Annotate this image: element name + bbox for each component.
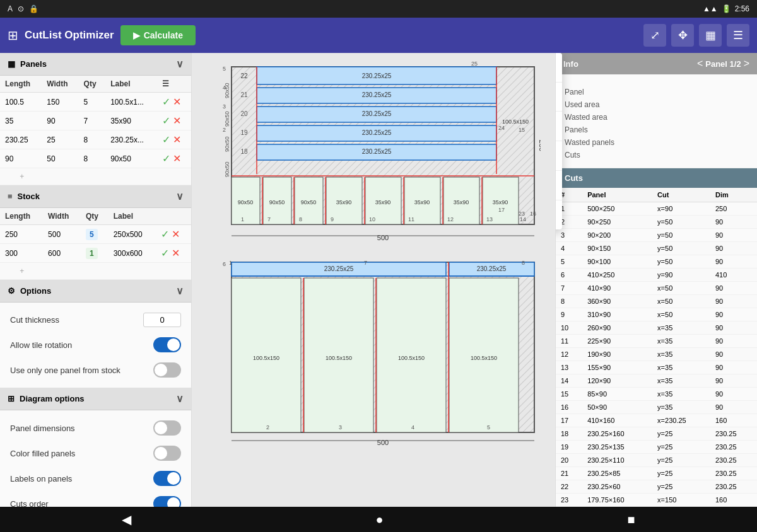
options-section-header[interactable]: ⚙ Options ∨	[0, 280, 191, 303]
panels-icon: ▦	[8, 59, 15, 69]
labels-panels-toggle[interactable]	[153, 471, 181, 486]
clear-data-item[interactable]: ✕ Clear data	[555, 112, 562, 141]
stock-table-row[interactable]: 300 600 1 300x600 ✓ ✕	[0, 244, 191, 263]
stock-icon: ≡	[8, 192, 13, 201]
allow-rotation-toggle[interactable]	[153, 337, 181, 352]
cuts-table-row: 24 150×160 y=100.5 150	[556, 507, 757, 507]
cuts-table-row: 4 90×150 y=50 90	[556, 242, 757, 255]
panel-next-button[interactable]: >	[744, 58, 749, 69]
export-image-item[interactable]: 🖼 Export to image	[555, 83, 562, 111]
export-pdf-item[interactable]: 📄 Export to PDF	[555, 53, 562, 82]
cuts-table-row: 6 410×250 y=90 410	[556, 269, 757, 282]
home-button[interactable]: ●	[375, 512, 383, 527]
svg-text:100.5x150: 100.5x150	[398, 355, 425, 361]
recents-button[interactable]: ■	[627, 512, 635, 527]
one-panel-toggle[interactable]	[153, 362, 181, 378]
edit-icon[interactable]: ✓	[161, 228, 169, 240]
panel-table-row[interactable]: 35 90 7 35x90 ✓ ✕	[0, 112, 191, 130]
top-bar-left: ⊞ CutList Optimizer ▶ Calculate	[8, 25, 196, 45]
edit-icon[interactable]: ✓	[161, 247, 169, 259]
settings-item[interactable]: ⚙ Settings	[555, 200, 562, 229]
panel-nav-label: Panel 1/2	[705, 59, 741, 69]
svg-text:12: 12	[447, 216, 454, 223]
app-icon: ⊞	[8, 28, 18, 43]
fullscreen-button[interactable]: ⤢	[643, 24, 666, 47]
cuts-col-dim: Dim	[710, 188, 757, 202]
panel-table-row[interactable]: 100.5 150 5 100.5x1... ✓ ✕	[0, 93, 191, 112]
color-filled-toggle[interactable]	[153, 446, 181, 461]
svg-text:4: 4	[223, 84, 226, 91]
view-button[interactable]: ▦	[699, 24, 722, 47]
cuts-table-row: 16 50×90 y=35 90	[556, 401, 757, 414]
stock-section-header[interactable]: ≡ Stock ∨	[0, 185, 191, 208]
svg-text:35x90: 35x90	[375, 199, 391, 205]
status-bar-left: A ⊙ 🔒	[8, 4, 38, 13]
svg-text:90x50: 90x50	[224, 136, 230, 152]
delete-icon[interactable]: ✕	[173, 153, 181, 165]
svg-text:11: 11	[408, 216, 414, 223]
cuts-row: Cuts	[565, 149, 748, 161]
panels-label: Panels	[565, 125, 588, 134]
cut-thickness-input[interactable]	[143, 313, 181, 327]
panel-prev-button[interactable]: <	[697, 58, 703, 69]
delete-icon[interactable]: ✕	[173, 96, 181, 108]
delete-icon[interactable]: ✕	[173, 134, 181, 146]
panel-table-row[interactable]: 230.25 25 8 230.25x... ✓ ✕	[0, 130, 191, 149]
edit-icon[interactable]: ✓	[162, 153, 170, 165]
panel-2-svg: 500 250 230.25x25 230.25x25 100.5x150	[206, 256, 541, 451]
diagram-area[interactable]: 500 250 230.25x25 22 230.25x25 21 230.25…	[192, 53, 555, 507]
stock-table-row[interactable]: 250 500 5 250x500 ✓ ✕	[0, 225, 191, 244]
col-width: Width	[42, 76, 78, 93]
labels-panels-label: Labels on panels	[10, 474, 72, 483]
send-feedback-item[interactable]: 💬 Send feedback	[555, 141, 562, 170]
panel-table-row[interactable]: 90 50 8 90x50 ✓ ✕	[0, 149, 191, 168]
cuts-table-row: 14 120×90 x=35 90	[556, 374, 757, 388]
color-filled-label: Color filled panels	[10, 449, 75, 458]
cuts-order-toggle[interactable]	[153, 496, 181, 507]
diagram-options-header[interactable]: ⊞ Diagram options ∨	[0, 388, 191, 410]
svg-text:22: 22	[240, 72, 248, 79]
svg-text:2: 2	[223, 127, 226, 133]
delete-icon[interactable]: ✕	[172, 247, 180, 259]
menu-button[interactable]: ☰	[727, 24, 749, 47]
cuts-table-row: 19 230.25×135 y=25 230.25	[556, 441, 757, 454]
diagram-options-left: ⊞ Diagram options	[8, 394, 85, 403]
edit-icon[interactable]: ✓	[162, 134, 170, 146]
cuts-col-cut: Cut	[652, 188, 710, 202]
used-area-label: Used area	[565, 100, 599, 109]
svg-text:100.5x150: 100.5x150	[326, 355, 352, 361]
stock-col-length: Length	[0, 208, 43, 225]
delete-icon[interactable]: ✕	[173, 115, 181, 127]
wasted-panels-label: Wasted panels	[565, 138, 614, 147]
svg-text:500: 500	[377, 439, 389, 446]
stock-title: Stock	[18, 192, 40, 201]
svg-text:5: 5	[223, 66, 226, 72]
info-header: Info < Panel 1/2 >	[556, 53, 757, 74]
edit-icon[interactable]: ✓	[162, 96, 170, 108]
edit-icon[interactable]: ✓	[162, 115, 170, 127]
svg-text:16: 16	[530, 211, 536, 217]
stock-col-width: Width	[43, 208, 81, 225]
bottom-bar: ◀ ● ■	[0, 507, 757, 532]
svg-text:230.25x25: 230.25x25	[362, 110, 392, 117]
move-button[interactable]: ✥	[671, 24, 694, 47]
panels-section-header[interactable]: ▦ Panels ∨	[0, 53, 191, 76]
svg-text:230.25x25: 230.25x25	[362, 72, 392, 79]
panel-dimensions-row: Panel dimensions	[8, 415, 184, 441]
diagram-container: 500 250 230.25x25 22 230.25x25 21 230.25…	[192, 53, 555, 459]
svg-text:230.25x25: 230.25x25	[477, 265, 507, 272]
delete-icon[interactable]: ✕	[172, 228, 180, 240]
cuts-table-row: 22 230.25×60 y=25 230.25	[556, 480, 757, 494]
cuts-table-row: 18 230.25×160 y=25 230.25	[556, 427, 757, 441]
svg-text:500: 500	[377, 234, 389, 241]
cuts-table-row: 5 90×100 y=50 90	[556, 255, 757, 269]
cuts-order-label: Cuts order	[10, 499, 49, 507]
privacy-policy-item[interactable]: 🔒 Privacy policy	[555, 171, 562, 200]
labels-panels-row: Labels on panels	[8, 466, 184, 491]
svg-text:35x90: 35x90	[493, 199, 508, 205]
calculate-button[interactable]: ▶ Calculate	[120, 25, 196, 45]
panel-dimensions-toggle[interactable]	[153, 420, 181, 436]
svg-text:3: 3	[339, 424, 342, 431]
back-button[interactable]: ◀	[122, 512, 131, 527]
diagram-options-title: Diagram options	[20, 394, 85, 403]
